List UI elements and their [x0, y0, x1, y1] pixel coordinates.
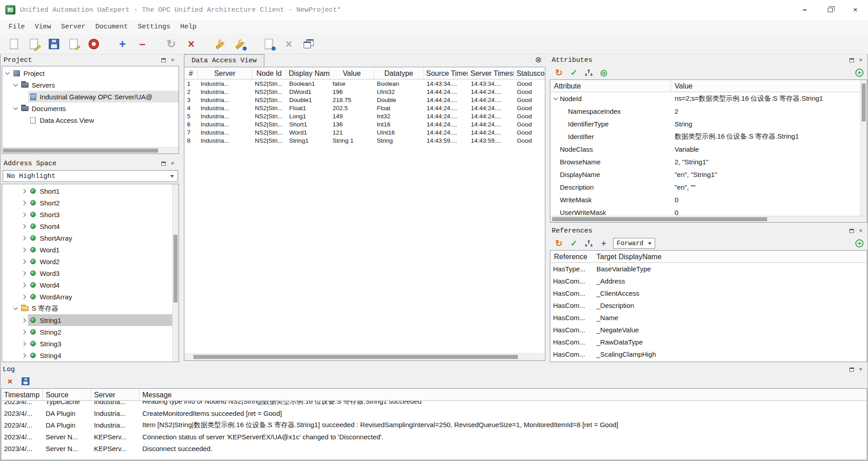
expand-chevron-icon[interactable] [20, 340, 28, 348]
add-reference-type-button[interactable]: + [598, 238, 609, 249]
new-document-button[interactable] [5, 35, 23, 52]
tree-item[interactable]: String1 [2, 314, 172, 326]
monitored-item-row[interactable]: 3 Industria... NS2|Stri... Double1 218.7… [184, 96, 545, 104]
attribute-row[interactable]: UserWriteMask 0 [550, 206, 860, 215]
monitored-item-row[interactable]: 4 Industria... NS2|Stri... Float1 202.5 … [184, 104, 545, 112]
scrollbar-thumb[interactable] [3, 149, 158, 153]
column-header[interactable]: Attribute [550, 80, 671, 92]
expand-chevron-icon[interactable] [20, 199, 28, 207]
stop-button[interactable] [85, 35, 102, 52]
float-panel-button[interactable] [159, 56, 168, 64]
expand-chevron-icon[interactable] [552, 183, 560, 191]
save-button[interactable] [45, 35, 62, 52]
reference-row[interactable]: HasCom... _ClientAccess [550, 287, 867, 299]
expand-chevron-icon[interactable] [560, 133, 568, 140]
reference-row[interactable]: HasType... BaseVariableType [550, 263, 867, 275]
expand-chevron-icon[interactable] [560, 120, 568, 128]
tree-item[interactable]: WordArray [2, 291, 172, 303]
settings-wrench-button[interactable] [211, 35, 229, 52]
menu-item[interactable]: Document [90, 20, 133, 34]
attribute-row[interactable]: NodeId ns=2;s=数据类型示例.16 位设备.S 寄存器.String… [550, 92, 860, 105]
direction-select[interactable]: Forward [613, 238, 655, 249]
highlight-target-button[interactable]: ◎ [598, 67, 609, 78]
expand-chevron-icon[interactable] [20, 211, 28, 219]
column-header[interactable]: Node Id [252, 67, 286, 79]
expand-chevron-icon[interactable] [552, 171, 560, 178]
clear-log-button[interactable]: × [5, 376, 15, 386]
monitored-item-row[interactable]: 1 Industria... NS2|Stri... Boolean1 fals… [184, 79, 545, 88]
expand-tree-button[interactable] [583, 67, 594, 78]
tab-data-access-view[interactable]: Data Access View [184, 54, 264, 67]
document-properties-button[interactable] [260, 35, 277, 52]
configuration-wrench-button[interactable] [231, 35, 249, 52]
monitored-item-row[interactable]: 8 Industria... NS2|Stri... String1 Strin… [184, 136, 545, 144]
attribute-row[interactable]: IdentifierType String [550, 117, 860, 130]
save-log-button[interactable] [20, 376, 31, 386]
expand-chevron-icon[interactable] [552, 196, 560, 204]
horizontal-scrollbar[interactable] [184, 354, 545, 360]
tree-item[interactable]: Word4 [2, 279, 172, 291]
tree-item[interactable]: Project [2, 67, 178, 79]
monitored-item-row[interactable]: 2 Industria... NS2|Stri... DWord1 196 UI… [184, 88, 545, 96]
open-document-button[interactable] [25, 35, 42, 52]
reference-row[interactable]: HasCom... _ScalingClampHigh [550, 348, 867, 360]
menu-item[interactable]: Help [175, 20, 202, 34]
column-header[interactable]: Source [43, 389, 91, 400]
monitored-item-row[interactable]: 5 Industria... NS2|Stri... Long1 149 Int… [184, 112, 545, 120]
expand-chevron-icon[interactable] [20, 317, 28, 324]
close-panel-button[interactable]: × [856, 227, 865, 235]
tree-item[interactable]: ShortArray [2, 232, 172, 244]
column-header[interactable]: Value [330, 67, 374, 79]
tree-item[interactable]: Word3 [2, 267, 172, 279]
tree-item[interactable]: Short1 [2, 185, 172, 197]
reference-row[interactable]: HasCom... _Address [550, 275, 867, 287]
column-header[interactable]: Reference [550, 251, 593, 262]
close-panel-button[interactable]: × [856, 56, 865, 64]
expand-chevron-icon[interactable] [20, 270, 28, 277]
column-header[interactable]: Statuscode [514, 67, 545, 79]
tree-item[interactable]: Short3 [2, 209, 172, 220]
expand-chevron-icon[interactable] [20, 116, 28, 124]
menu-item[interactable]: Settings [133, 20, 175, 34]
reference-row[interactable]: HasCom... _RawDataType [550, 336, 867, 348]
expand-chevron-icon[interactable] [552, 209, 560, 216]
menu-item[interactable]: View [30, 20, 56, 34]
expand-chevron-icon[interactable] [20, 352, 28, 359]
close-view-icon[interactable]: ⊗ [535, 56, 542, 64]
column-header[interactable]: # [184, 67, 198, 79]
close-panel-button[interactable]: × [856, 365, 865, 373]
refresh-button[interactable]: ↻ [163, 35, 180, 52]
log-row[interactable]: 2023/4/... Server N... KEPServ... Connec… [1, 431, 867, 442]
maximize-button[interactable] [817, 0, 843, 20]
column-header[interactable]: Value [671, 80, 867, 92]
expand-chevron-icon[interactable] [560, 107, 568, 115]
float-panel-button[interactable] [847, 365, 856, 373]
refresh-references-button[interactable]: ↻ [554, 238, 564, 249]
reference-row[interactable]: HasCom... _Name [550, 312, 867, 324]
refresh-attributes-button[interactable]: ↻ [554, 67, 564, 78]
float-panel-button[interactable] [847, 227, 856, 235]
cascade-windows-button[interactable] [300, 35, 317, 52]
float-panel-button[interactable] [159, 159, 168, 168]
tree-item[interactable]: String2 [2, 326, 172, 338]
attribute-row[interactable]: WriteMask 0 [550, 193, 860, 206]
column-header[interactable]: Source Timestamp [424, 67, 468, 79]
tree-item[interactable]: Short2 [2, 197, 172, 209]
column-header[interactable]: Target DisplayName [593, 251, 867, 262]
expand-chevron-icon[interactable] [12, 81, 20, 89]
attribute-row[interactable]: Identifier 数据类型示例.16 位设备.S 寄存器.String1 [550, 130, 860, 143]
expand-chevron-icon[interactable] [12, 105, 20, 112]
horizontal-scrollbar[interactable] [550, 216, 867, 222]
expand-chevron-icon[interactable] [20, 281, 28, 289]
expand-chevron-icon[interactable] [552, 95, 560, 102]
column-header[interactable]: Message [140, 389, 867, 400]
tree-item[interactable]: Documents [2, 102, 178, 114]
horizontal-scrollbar[interactable] [2, 147, 178, 154]
close-button[interactable]: × [843, 0, 868, 20]
column-header[interactable]: Display Name [286, 67, 330, 79]
expand-chevron-icon[interactable] [20, 246, 28, 254]
expand-chevron-icon[interactable] [552, 145, 560, 153]
vertical-scrollbar[interactable] [860, 80, 867, 222]
expand-chevron-icon[interactable] [20, 293, 28, 301]
monitored-item-row[interactable]: 6 Industria... NS2|Stri... Short1 136 In… [184, 120, 545, 128]
